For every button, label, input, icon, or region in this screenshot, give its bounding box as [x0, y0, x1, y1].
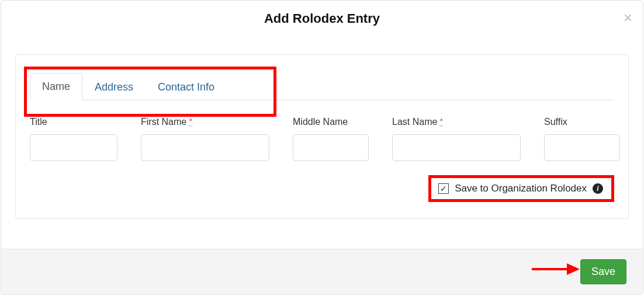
required-indicator: *: [189, 117, 192, 126]
input-middle-name[interactable]: [293, 134, 369, 161]
annotation-highlight-checkbox: ✓ Save to Organization Rolodex i: [428, 175, 614, 202]
field-first-name: First Name *: [141, 117, 269, 161]
modal-header: Add Rolodex Entry ×: [1, 1, 643, 34]
input-first-name[interactable]: [141, 134, 269, 161]
field-middle-name: Middle Name: [293, 117, 369, 161]
save-to-rolodex-row: ✓ Save to Organization Rolodex i: [30, 175, 614, 202]
tab-row: Name Address Contact Info: [30, 55, 614, 100]
checkbox-label: Save to Organization Rolodex: [455, 183, 587, 194]
annotation-arrow-icon: [531, 262, 580, 277]
form-panel: Name Address Contact Info Title First Na…: [15, 54, 629, 219]
input-suffix[interactable]: [544, 134, 620, 161]
input-title[interactable]: [30, 134, 117, 161]
input-last-name[interactable]: [392, 134, 521, 161]
modal-dialog: Add Rolodex Entry × Name Address Contact…: [1, 0, 643, 295]
tab-name[interactable]: Name: [30, 73, 82, 100]
modal-title: Add Rolodex Entry: [13, 11, 631, 26]
tab-contact-info[interactable]: Contact Info: [146, 74, 227, 100]
field-last-name: Last Name *: [392, 117, 521, 161]
label-first-name: First Name *: [141, 117, 269, 127]
checkbox-save-org-rolodex[interactable]: ✓: [438, 183, 449, 194]
save-button[interactable]: Save: [580, 259, 626, 284]
required-indicator: *: [440, 117, 443, 126]
modal-footer: Save: [1, 249, 643, 294]
label-last-name-text: Last Name: [392, 117, 437, 127]
svg-marker-1: [567, 263, 580, 275]
label-title: Title: [30, 117, 117, 127]
label-middle-name: Middle Name: [293, 117, 369, 127]
label-first-name-text: First Name: [141, 117, 186, 127]
tab-address[interactable]: Address: [82, 74, 146, 100]
field-title: Title: [30, 117, 117, 161]
name-fields-row: Title First Name * Middle Name Last Name…: [30, 100, 614, 161]
field-suffix: Suffix: [544, 117, 620, 161]
info-icon[interactable]: i: [593, 183, 603, 194]
label-last-name: Last Name *: [392, 117, 521, 127]
close-icon[interactable]: ×: [624, 10, 632, 25]
label-suffix: Suffix: [544, 117, 620, 127]
